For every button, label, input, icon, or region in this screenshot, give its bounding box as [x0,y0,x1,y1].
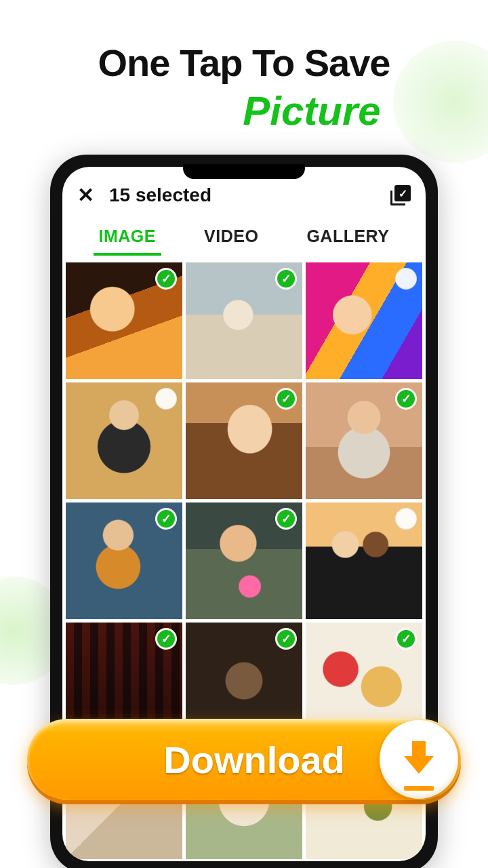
grid-cell[interactable]: ✓ [306,382,422,499]
grid-cell[interactable]: ✓ [66,262,182,379]
grid-cell[interactable]: ✓ [186,502,302,619]
media-tabs: IMAGEVIDEOGALLERY [62,216,426,256]
download-label: Download [143,738,345,782]
promo-headline: One Tap To Save Picture [0,41,488,134]
grid-cell[interactable] [306,502,422,619]
checkmark-icon[interactable]: ✓ [395,628,417,650]
grid-cell[interactable]: ✓ [186,382,302,499]
download-icon [380,720,458,799]
grid-cell[interactable]: ✓ [186,262,302,379]
checkmark-icon[interactable]: ✓ [155,628,177,650]
grid-cell[interactable]: ✓ [66,502,182,619]
unselected-circle-icon[interactable] [155,388,177,410]
checkmark-icon[interactable]: ✓ [395,388,417,410]
grid-cell[interactable] [66,382,182,499]
checkmark-icon[interactable]: ✓ [275,508,297,530]
headline-line1: One Tap To Save [27,41,461,85]
tab-video[interactable]: VIDEO [199,222,264,256]
select-all-icon[interactable]: ✓ [390,185,411,205]
grid-cell[interactable] [306,262,422,379]
selected-count-label: 15 selected [109,184,375,206]
checkmark-icon[interactable]: ✓ [155,268,177,290]
checkmark-icon[interactable]: ✓ [275,388,297,410]
tab-gallery[interactable]: GALLERY [301,222,394,256]
checkmark-icon[interactable]: ✓ [275,628,297,650]
unselected-circle-icon[interactable] [395,268,417,290]
phone-notch [183,164,305,179]
download-button[interactable]: Download [27,719,461,800]
checkmark-icon[interactable]: ✓ [275,268,297,290]
headline-line2: Picture [27,87,461,134]
checkmark-icon[interactable]: ✓ [155,508,177,530]
close-icon[interactable]: ✕ [77,185,94,205]
tab-image[interactable]: IMAGE [94,222,161,256]
unselected-circle-icon[interactable] [395,508,417,530]
